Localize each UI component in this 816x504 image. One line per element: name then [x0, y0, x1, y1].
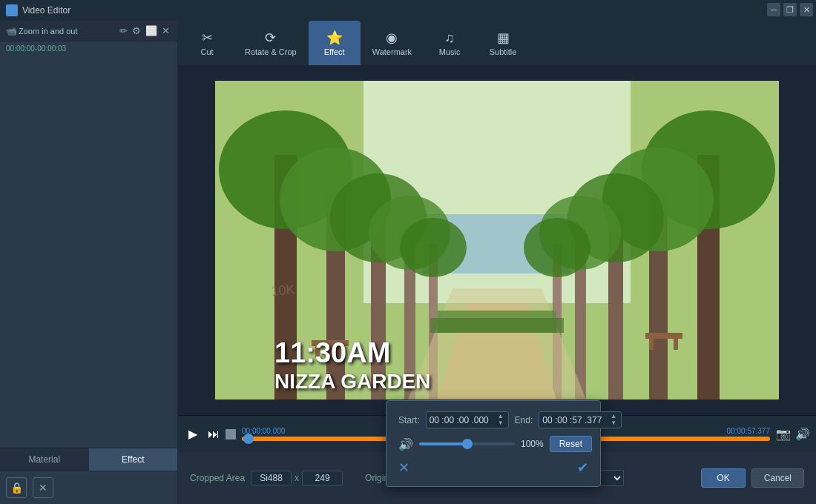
delete-btn[interactable]: ✕ — [33, 477, 53, 498]
svg-rect-27 — [645, 333, 682, 339]
start-label: Start: — [398, 415, 420, 425]
end-label: End: — [515, 415, 533, 425]
watermark-icon: ◉ — [386, 30, 398, 46]
svg-text:11:30AM: 11:30AM — [274, 337, 390, 368]
volume-pct: 100% — [521, 439, 544, 449]
volume-icon: 🔊 — [398, 437, 413, 451]
tab-music-label: Music — [439, 47, 461, 56]
svg-point-24 — [524, 218, 590, 277]
app-title: Video Editor — [22, 5, 70, 16]
crop-width-input[interactable] — [251, 471, 292, 485]
tab-music[interactable]: ♫ Music — [424, 21, 476, 65]
video-scene: 10K 11:30AM NIZZA GARDEN — [215, 81, 779, 399]
sidebar-tab-effect[interactable]: Effect — [89, 448, 178, 471]
popup-cancel-icon[interactable]: ✕ — [398, 460, 409, 476]
tab-watermark[interactable]: ◉ Watermark — [362, 21, 422, 65]
start-time-spinners: ▲ ▼ — [496, 414, 505, 426]
popup-box: Start: ▲ ▼ End: ▲ ▼ 🔊 100% Reset — [386, 400, 601, 487]
tab-subtitle[interactable]: ▦ Subtitle — [477, 21, 529, 65]
timeline-end: 00:00:57.377 — [727, 427, 770, 435]
volume-btn[interactable]: 🔊 — [795, 427, 810, 441]
timeline-thumb[interactable] — [243, 434, 254, 444]
popup-footer: ✕ ✔ — [398, 460, 588, 476]
tab-watermark-label: Watermark — [372, 47, 412, 56]
restore-button[interactable]: ❐ — [783, 3, 797, 16]
tab-rotate-label: Rotate & Crop — [245, 47, 297, 56]
window-controls: ─ ❐ ✕ — [767, 3, 813, 16]
clip-edit-btn[interactable]: ✏ — [118, 24, 129, 38]
close-button[interactable]: ✕ — [800, 3, 813, 16]
volume-row: 🔊 100% Reset — [398, 436, 588, 452]
svg-text:10K: 10K — [271, 282, 296, 299]
cropped-area-field: Cropped Area x — [190, 471, 343, 485]
action-buttons: OK Cancel — [701, 468, 804, 488]
clip-header: 📹 Zoom in and out ✏ ⚙ ⬜ ✕ — [0, 21, 177, 42]
play-controls: ▶ ⏭ — [184, 425, 236, 443]
cropped-area-label: Cropped Area — [190, 473, 245, 483]
sidebar-actions: 🔒 ✕ — [0, 471, 177, 504]
svg-rect-28 — [649, 339, 654, 350]
timeline-right-controls: 📷 🔊 — [776, 427, 810, 441]
popup-ok-icon[interactable]: ✔ — [577, 460, 588, 476]
lock-btn[interactable]: 🔒 — [6, 477, 27, 498]
sidebar-tab-material[interactable]: Material — [0, 448, 89, 471]
ok-button[interactable]: OK — [701, 468, 745, 488]
start-time-input[interactable] — [430, 415, 496, 425]
clip-area — [0, 56, 177, 448]
end-time-up[interactable]: ▲ — [609, 414, 618, 420]
tab-rotate[interactable]: ⟳ Rotate & Crop — [234, 21, 307, 65]
end-time-input-group[interactable]: ▲ ▼ — [539, 411, 622, 428]
play-next-button[interactable]: ⏭ — [205, 425, 223, 443]
svg-point-19 — [400, 218, 467, 277]
clip-remove-btn[interactable]: ✕ — [160, 24, 171, 38]
toolbar: ✂ Cut ⟳ Rotate & Crop ⭐ Effect ◉ Waterma… — [178, 21, 816, 65]
tab-subtitle-label: Subtitle — [490, 47, 517, 56]
effect-icon: ⭐ — [326, 30, 343, 46]
tab-cut[interactable]: ✂ Cut — [181, 21, 233, 65]
crop-height-input[interactable] — [302, 471, 343, 485]
end-time-input[interactable] — [542, 415, 609, 425]
stop-button[interactable] — [226, 429, 236, 440]
clip-name: Zoom in and out — [19, 27, 116, 36]
rotate-icon: ⟳ — [265, 30, 276, 46]
popup-time-row: Start: ▲ ▼ End: ▲ ▼ — [398, 411, 588, 428]
video-preview: 10K 11:30AM NIZZA GARDEN — [178, 65, 816, 415]
video-canvas: 10K 11:30AM NIZZA GARDEN — [215, 81, 779, 399]
reset-button[interactable]: Reset — [550, 436, 592, 452]
clip-time: 00:00:00-00:00:03 — [0, 42, 177, 56]
start-time-input-group[interactable]: ▲ ▼ — [426, 411, 509, 428]
subtitle-icon: ▦ — [497, 30, 510, 46]
clip-settings-btn[interactable]: ⚙ — [131, 24, 142, 38]
title-bar: Video Editor ─ ❐ ✕ — [0, 0, 816, 21]
cut-icon: ✂ — [202, 30, 213, 46]
start-time-down[interactable]: ▼ — [496, 420, 505, 426]
svg-rect-29 — [674, 339, 678, 350]
popup-overlay: Start: ▲ ▼ End: ▲ ▼ 🔊 100% Reset — [386, 400, 601, 487]
svg-rect-35 — [430, 318, 564, 333]
play-button[interactable]: ▶ — [184, 425, 202, 443]
svg-text:NIZZA GARDEN: NIZZA GARDEN — [274, 370, 431, 393]
tab-effect-label: Effect — [324, 47, 345, 56]
snapshot-btn[interactable]: 📷 — [776, 427, 791, 441]
cropped-area-value: x — [251, 471, 343, 485]
music-icon: ♫ — [444, 30, 455, 46]
sidebar-tabs: Material Effect — [0, 448, 177, 471]
clip-copy-btn[interactable]: ⬜ — [144, 24, 159, 38]
tab-effect[interactable]: ⭐ Effect — [309, 21, 361, 65]
app-icon — [6, 4, 18, 16]
tab-cut-label: Cut — [200, 47, 213, 56]
minimize-button[interactable]: ─ — [767, 3, 780, 16]
sidebar: 📹 Zoom in and out ✏ ⚙ ⬜ ✕ 00:00:00-00:00… — [0, 21, 178, 504]
start-time-up[interactable]: ▲ — [496, 414, 505, 420]
x-separator: x — [295, 473, 299, 483]
end-time-down[interactable]: ▼ — [609, 420, 618, 426]
end-time-spinners: ▲ ▼ — [609, 414, 618, 426]
cancel-button[interactable]: Cancel — [751, 468, 804, 488]
volume-slider[interactable] — [419, 442, 515, 445]
